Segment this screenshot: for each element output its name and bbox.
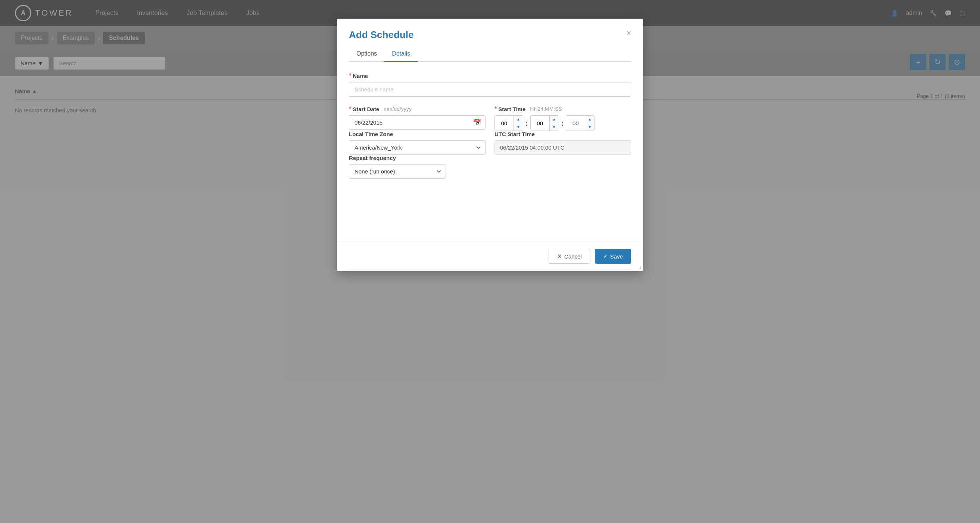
utc-col: UTC Start Time 06/22/2015 04:00:00 UTC xyxy=(495,131,631,155)
repeat-group: Repeat frequency None (run once) Minutel… xyxy=(349,155,631,179)
seconds-input-wrap: ▲ ▼ xyxy=(566,115,595,131)
add-schedule-modal: Add Schedule × Options Details * Name xyxy=(337,19,643,271)
save-check-icon: ✓ xyxy=(603,253,608,260)
start-date-input[interactable] xyxy=(349,115,485,130)
modal-footer: ✕ Cancel ✓ Save xyxy=(337,241,643,271)
minutes-input-wrap: ▲ ▼ xyxy=(530,115,559,131)
time-format-hint: HH24:MM:SS xyxy=(530,106,562,112)
name-label: * Name xyxy=(349,72,631,79)
repeat-label: Repeat frequency xyxy=(349,155,631,161)
start-time-label: * Start Time HH24:MM:SS xyxy=(495,106,631,112)
modal-close-button[interactable]: × xyxy=(626,29,631,37)
timezone-row: Local Time Zone America/New_York UTC Ame… xyxy=(349,131,631,155)
hours-up-arrow[interactable]: ▲ xyxy=(514,116,523,123)
utc-label: UTC Start Time xyxy=(495,131,631,137)
hours-arrows: ▲ ▼ xyxy=(514,116,523,130)
modal-header: Add Schedule × xyxy=(337,19,643,47)
repeat-select[interactable]: None (run once) Minutely Hourly Daily We… xyxy=(349,164,446,179)
cancel-icon: ✕ xyxy=(557,253,562,260)
name-required-star: * xyxy=(349,72,351,79)
cancel-button[interactable]: ✕ Cancel xyxy=(549,249,590,264)
minutes-down-arrow[interactable]: ▼ xyxy=(550,123,558,130)
schedule-name-input[interactable] xyxy=(349,82,631,97)
timezone-select[interactable]: America/New_York UTC America/Chicago Ame… xyxy=(349,140,485,155)
hours-input-wrap: ▲ ▼ xyxy=(495,115,523,131)
start-date-label: * Start Date mm/dd/yyyy xyxy=(349,106,485,112)
tab-details[interactable]: Details xyxy=(384,47,418,62)
date-format-hint: mm/dd/yyyy xyxy=(383,106,412,112)
hours-input[interactable] xyxy=(495,117,514,129)
time-sep-1: : xyxy=(525,119,529,127)
modal-overlay: Add Schedule × Options Details * Name xyxy=(0,0,980,523)
start-date-required-star: * xyxy=(349,106,351,112)
seconds-arrows: ▲ ▼ xyxy=(585,116,594,130)
date-time-row: * Start Date mm/dd/yyyy 📅 * Start Time H… xyxy=(349,106,631,131)
save-button[interactable]: ✓ Save xyxy=(595,249,631,264)
utc-display: 06/22/2015 04:00:00 UTC xyxy=(495,140,631,155)
modal-title: Add Schedule xyxy=(349,29,414,41)
modal-tabs: Options Details xyxy=(349,47,631,62)
seconds-input[interactable] xyxy=(566,117,585,129)
minutes-arrows: ▲ ▼ xyxy=(549,116,558,130)
time-inputs: ▲ ▼ : ▲ ▼ : xyxy=(495,115,631,131)
date-input-wrap: 📅 xyxy=(349,115,485,130)
time-sep-2: : xyxy=(560,119,565,127)
resize-handle[interactable]: ⌟ xyxy=(638,262,641,270)
start-time-required-star: * xyxy=(495,106,497,112)
modal-body: * Name * Start Date mm/dd/yyyy 📅 xyxy=(337,62,643,241)
hours-down-arrow[interactable]: ▼ xyxy=(514,123,523,130)
timezone-col: Local Time Zone America/New_York UTC Ame… xyxy=(349,131,485,155)
seconds-up-arrow[interactable]: ▲ xyxy=(585,116,594,123)
start-time-col: * Start Time HH24:MM:SS ▲ ▼ xyxy=(495,106,631,131)
timezone-label: Local Time Zone xyxy=(349,131,485,137)
start-date-col: * Start Date mm/dd/yyyy 📅 xyxy=(349,106,485,131)
tab-options[interactable]: Options xyxy=(349,47,384,62)
minutes-up-arrow[interactable]: ▲ xyxy=(550,116,558,123)
seconds-down-arrow[interactable]: ▼ xyxy=(585,123,594,130)
minutes-input[interactable] xyxy=(531,117,549,129)
calendar-icon[interactable]: 📅 xyxy=(473,119,481,127)
name-group: * Name xyxy=(349,72,631,97)
